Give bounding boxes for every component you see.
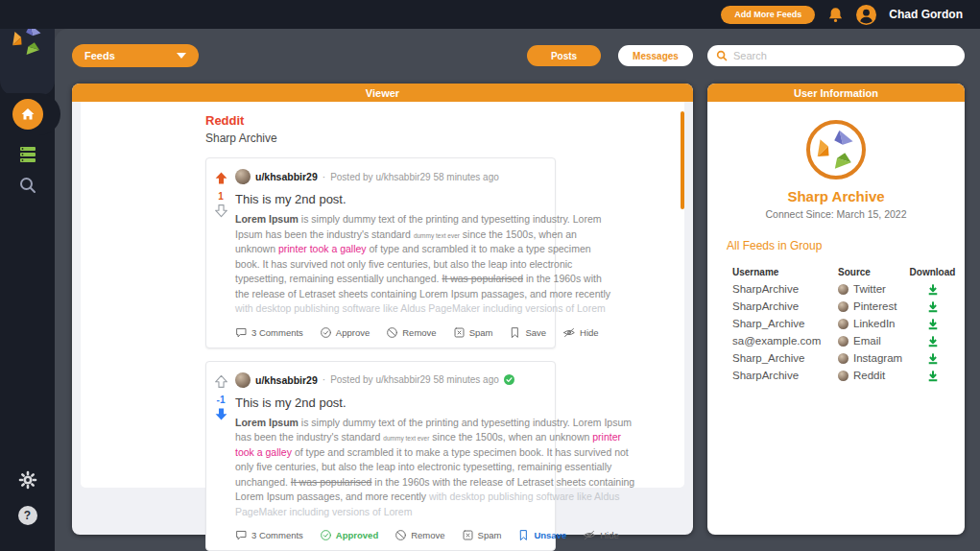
- posts-tab[interactable]: Posts: [527, 45, 601, 66]
- column-username: Username: [732, 267, 838, 277]
- author-separator: ·: [323, 172, 325, 182]
- feeds-dropdown[interactable]: Feeds: [72, 44, 199, 67]
- action-spam[interactable]: Spam: [453, 326, 493, 339]
- feed-source-avatar-icon: [838, 301, 849, 312]
- feeds-list-icon[interactable]: [0, 144, 55, 165]
- download-icon[interactable]: [927, 300, 939, 313]
- chevron-down-icon: [177, 53, 186, 59]
- search-icon: [716, 50, 728, 61]
- feed-username: sa@example.com: [732, 335, 838, 347]
- search-input[interactable]: [733, 50, 956, 61]
- viewer-scrollbar[interactable]: [681, 111, 684, 209]
- feed-row: Sharp_Archive Instagram: [732, 349, 947, 367]
- feed-row: SharpArchive Twitter: [732, 280, 947, 298]
- action-approved[interactable]: Approved: [320, 529, 378, 541]
- sharp-archive-account-logo-icon: [806, 120, 866, 180]
- feed-row: SharpArchive Pinterest: [732, 298, 947, 315]
- download-icon[interactable]: [927, 283, 939, 296]
- feed-source-avatar-icon: [838, 319, 849, 329]
- all-feeds-section-title: All Feeds in Group: [727, 239, 965, 252]
- post-author-avatar: [235, 372, 251, 388]
- column-source: Source: [838, 267, 918, 277]
- action-3-comments[interactable]: 3 Comments: [235, 529, 303, 541]
- action-3-comments[interactable]: 3 Comments: [235, 326, 303, 339]
- action-spam[interactable]: Spam: [462, 529, 502, 541]
- messages-tab[interactable]: Messages: [618, 45, 693, 66]
- action-save[interactable]: Save: [509, 326, 546, 339]
- action-hide[interactable]: Hide: [562, 326, 599, 339]
- connect-since: Connect Since: March 15, 2022: [707, 208, 965, 220]
- post-body-text: Lorem Ipsum: [235, 213, 299, 225]
- upvote-arrow-icon[interactable]: [214, 374, 228, 393]
- download-icon[interactable]: [927, 318, 939, 330]
- download-icon[interactable]: [927, 370, 939, 382]
- action-unsave[interactable]: Unsave: [517, 529, 566, 541]
- feed-source-name: Instagram: [853, 352, 902, 364]
- feed-row: sa@example.com Email: [732, 332, 947, 349]
- account-name: Sharp Archive: [707, 188, 965, 204]
- verified-badge-icon: [504, 374, 514, 385]
- sidebar-search-icon[interactable]: [0, 176, 55, 195]
- post-body-text: It was popularised: [442, 273, 523, 284]
- post-body: Lorem Ipsum is simply dummy text of the …: [235, 416, 635, 520]
- action-remove[interactable]: Remove: [394, 529, 444, 541]
- feeds-rows: SharpArchive Twitter SharpArchive Pinter…: [732, 280, 947, 384]
- post-author-name[interactable]: u/khsabbir29: [255, 374, 318, 386]
- post-title: This is my 2nd post.: [235, 192, 615, 206]
- source-title: Reddit: [205, 113, 556, 128]
- post-body-text: dummy text ever: [414, 232, 460, 239]
- user-name[interactable]: Chad Gordon: [889, 8, 963, 21]
- user-information-header: User Information: [707, 84, 965, 102]
- post-meta: Posted by u/khsabbir29 58 minutes ago: [330, 374, 499, 385]
- feeds-dropdown-label: Feeds: [84, 50, 115, 61]
- post-body-link[interactable]: printer took a galley: [278, 243, 367, 254]
- feed-source-name: LinkedIn: [853, 318, 895, 329]
- add-more-feeds-button[interactable]: Add More Feeds: [721, 6, 815, 24]
- download-icon[interactable]: [927, 352, 939, 365]
- post-body: Lorem Ipsum is simply dummy text of the …: [235, 212, 615, 317]
- post-author-name[interactable]: u/khsabbir29: [255, 171, 318, 182]
- feed-source-avatar-icon: [838, 353, 849, 364]
- post-meta: Posted by u/khsabbir29 58 minutes ago: [330, 172, 499, 182]
- feeds-table-header: Username Source Download: [732, 263, 947, 280]
- sidebar: ?: [0, 0, 55, 551]
- user-information-panel: User Information Sharp Archive Connect S…: [707, 84, 965, 535]
- feed-source-avatar-icon: [838, 336, 849, 347]
- help-icon[interactable]: ?: [0, 506, 55, 525]
- action-remove[interactable]: Remove: [386, 326, 436, 339]
- post-author-avatar: [235, 169, 251, 184]
- feed-username: Sharp_Archive: [732, 318, 838, 329]
- notification-bell-icon[interactable]: [827, 7, 844, 23]
- post-body-text: with desktop publishing software like Al…: [235, 302, 606, 314]
- feed-username: Sharp_Archive: [732, 352, 838, 364]
- feed-username: SharpArchive: [732, 370, 838, 381]
- search-box: [707, 45, 965, 66]
- settings-gear-icon[interactable]: [0, 470, 55, 490]
- feed-source-name: Email: [853, 335, 881, 347]
- feed-source-name: Twitter: [853, 283, 886, 295]
- action-hide[interactable]: Hide: [583, 529, 619, 541]
- feed-username: SharpArchive: [732, 300, 838, 312]
- viewer-panel-header: Viewer: [72, 84, 693, 102]
- post-body-text: Lorem Ipsum: [235, 417, 299, 428]
- post-body-text: since the 1500s, when an unknown: [429, 431, 592, 443]
- column-download: Download: [918, 267, 947, 277]
- source-subtitle: Sharp Archive: [205, 132, 556, 145]
- user-avatar-icon[interactable]: [856, 5, 876, 25]
- vote-count: -1: [217, 395, 226, 405]
- downvote-arrow-icon[interactable]: [214, 204, 228, 222]
- action-approve[interactable]: Approve: [320, 326, 370, 339]
- post-action-bar: 3 CommentsApproveRemoveSpamSaveHide: [235, 326, 615, 339]
- post-action-bar: 3 CommentsApprovedRemoveSpamUnsaveHide: [235, 529, 635, 541]
- main-content: Feeds Posts Messages Viewer Reddit Sharp…: [55, 29, 980, 551]
- feed-row: SharpArchive Reddit: [732, 367, 947, 384]
- viewer-panel: Viewer Reddit Sharp Archive 1 u/khsabbir…: [72, 84, 693, 535]
- feed-row: Sharp_Archive LinkedIn: [732, 315, 947, 332]
- post-card: -1 u/khsabbir29 · Posted by u/khsabbir29…: [205, 361, 556, 551]
- download-icon[interactable]: [927, 335, 939, 347]
- home-icon[interactable]: [12, 99, 43, 130]
- upvote-arrow-icon[interactable]: [214, 171, 228, 189]
- feed-username: SharpArchive: [732, 283, 838, 295]
- feeds-table: Username Source Download SharpArchive Tw…: [732, 263, 947, 384]
- downvote-arrow-icon[interactable]: [214, 407, 228, 425]
